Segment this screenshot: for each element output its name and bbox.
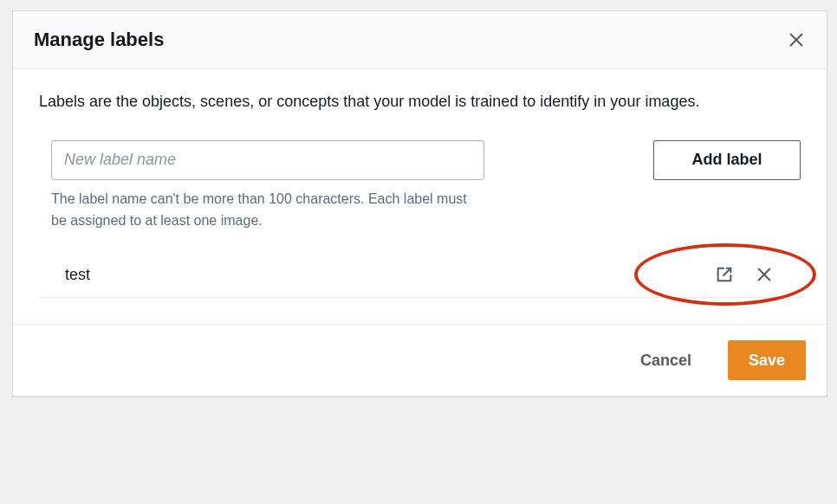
modal-header: Manage labels [13,11,827,69]
input-help-text: The label name can't be more than 100 ch… [51,189,484,232]
modal-title: Manage labels [34,29,164,51]
close-icon [755,265,774,284]
modal-description: Labels are the objects, scenes, or conce… [39,90,801,114]
delete-label-button[interactable] [754,264,775,285]
close-button[interactable] [787,30,806,49]
label-name: test [65,266,90,284]
cancel-button[interactable]: Cancel [620,340,712,380]
modal-body: Labels are the objects, scenes, or conce… [13,69,827,324]
modal-footer: Cancel Save [13,324,827,396]
label-actions [714,264,788,285]
edit-label-button[interactable] [714,264,735,285]
add-label-button[interactable]: Add label [653,140,801,180]
save-button[interactable]: Save [728,340,806,380]
manage-labels-modal: Manage labels Labels are the objects, sc… [12,10,827,397]
close-icon [787,30,806,49]
label-item: test [39,254,801,297]
label-list: test [39,254,801,298]
new-label-input[interactable] [51,140,484,180]
edit-icon [715,265,734,284]
label-input-row: The label name can't be more than 100 ch… [39,140,801,232]
